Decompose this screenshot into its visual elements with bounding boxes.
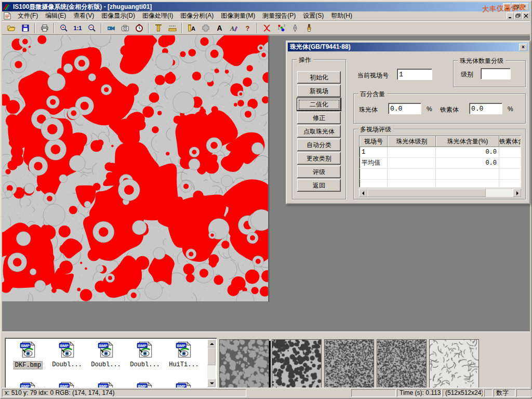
menu-image-analysis[interactable]: 图像分析(A)	[177, 11, 217, 21]
video-camera-button[interactable]	[104, 22, 117, 34]
grade-button[interactable]: 评级	[297, 166, 341, 178]
mdi-minimize-button[interactable]	[507, 12, 514, 19]
help-button[interactable]: ?	[241, 22, 254, 34]
brush-button[interactable]	[302, 22, 315, 34]
caliper-button[interactable]	[152, 22, 165, 34]
scroll-up-button[interactable]	[207, 339, 216, 348]
menu-edit[interactable]: 编辑(E)	[42, 11, 70, 21]
cell-pearlite-content: 0.0	[436, 158, 499, 169]
file-name[interactable]: Doubl...	[129, 361, 161, 368]
col-ferrite-content[interactable]: 铁素体含量(%)	[499, 136, 521, 147]
measure-text-button[interactable]: A	[185, 22, 198, 34]
file-item[interactable]: BMP Doubl...	[126, 340, 164, 368]
app-window: IS100显微摄像系统(金相分析版) - [zhuguangti01] × 大丰…	[0, 0, 532, 399]
ferrite-percent-input[interactable]	[469, 103, 502, 114]
thumbnail-2[interactable]	[272, 339, 322, 388]
cell-pearlite-grade	[388, 158, 436, 169]
init-button[interactable]: 初始化	[297, 71, 341, 84]
scroll-thumb[interactable]	[207, 348, 216, 365]
rating-table[interactable]: 视场号 珠光体级别 珠光体含量(%) 铁素体含量(%) 1 0.0 平均值	[359, 136, 521, 188]
grade-input[interactable]	[481, 68, 511, 79]
scroll-down-button[interactable]	[207, 379, 216, 387]
file-item[interactable]: BMP Doubl...	[48, 340, 86, 368]
cell-field-number: 平均值	[360, 158, 388, 169]
table-horizontal-scrollbar[interactable]	[359, 189, 521, 197]
table-row[interactable]: 1 0.0	[360, 147, 521, 158]
rating-group-label: 多视场评级	[358, 125, 393, 134]
menu-settings[interactable]: 设置(S)	[299, 11, 327, 21]
pick-pearlite-button[interactable]: 点取珠光体	[297, 125, 341, 138]
text-button[interactable]: A	[213, 22, 226, 34]
file-list-scrollbar[interactable]	[207, 339, 216, 387]
bottom-panel: BMP DKF.bmp BMP Doubl... BMP Doubl... BM…	[2, 331, 530, 390]
col-pearlite-grade[interactable]: 珠光体级别	[388, 136, 436, 147]
auto-classify-button[interactable]: 自动分类	[297, 139, 341, 151]
scroll-left-button[interactable]	[359, 189, 367, 197]
thumbnail-1[interactable]	[219, 339, 269, 388]
toolbar: 1:1 A A A ? 13	[2, 21, 530, 35]
current-field-input[interactable]	[397, 69, 432, 80]
svg-text:3: 3	[284, 24, 285, 27]
dialog-close-button[interactable]: ×	[519, 44, 527, 51]
pen-button[interactable]	[288, 22, 301, 34]
menu-measure-report[interactable]: 测量报告(P)	[259, 11, 299, 21]
change-class-button[interactable]: 更改类别	[297, 152, 341, 165]
svg-text:A: A	[230, 25, 234, 32]
dialog-title-bar[interactable]: 珠光体(GB/T9441-88) ×	[288, 43, 528, 51]
merge-grid-button[interactable]	[199, 22, 212, 34]
print-button[interactable]	[38, 22, 51, 34]
menu-image-measure[interactable]: 图像测量(M)	[217, 11, 259, 21]
menu-image-processing[interactable]: 图像处理(I)	[139, 11, 177, 21]
col-pearlite-content[interactable]: 珠光体含量(%)	[436, 136, 499, 147]
table-row[interactable]: 平均值 0.0	[360, 158, 521, 169]
mdi-close-button[interactable]	[522, 12, 529, 19]
toolbar-separator	[34, 23, 35, 33]
file-name[interactable]: DKF.bmp	[14, 361, 43, 369]
capture-button[interactable]	[118, 22, 131, 34]
ferrite-percent-sign: %	[508, 105, 513, 113]
pearlite-percent-input[interactable]	[388, 103, 421, 114]
file-name[interactable]: HuiTi...	[168, 361, 200, 368]
thumbnail-4[interactable]	[377, 339, 427, 388]
binarize-button[interactable]: 二值化	[297, 98, 341, 111]
file-item[interactable]: BMP DKF.bmp	[9, 340, 47, 369]
cell-pearlite-content: 0.0	[436, 147, 499, 158]
bmp-file-icon: BMP	[136, 353, 154, 361]
file-name[interactable]: Doubl...	[51, 361, 83, 368]
scroll-thumb[interactable]	[367, 189, 486, 197]
save-button[interactable]	[19, 22, 32, 34]
timer-button[interactable]	[132, 22, 145, 34]
menu-file[interactable]: 文件(F)	[14, 11, 42, 21]
percent-group-label: 百分含量	[358, 90, 387, 99]
thumbnail-3[interactable]	[324, 339, 374, 388]
menu-image-display[interactable]: 图像显示(D)	[98, 11, 139, 21]
file-item[interactable]: BMP HuiTi...	[165, 340, 203, 368]
file-item[interactable]: BMP Doubl...	[87, 340, 125, 368]
open-file-button[interactable]	[5, 22, 18, 34]
zoom-out-button[interactable]	[85, 22, 98, 34]
help-icon: ?	[246, 24, 250, 32]
col-field-number[interactable]: 视场号	[360, 136, 388, 147]
ruler-button[interactable]	[166, 22, 179, 34]
thumbnail-5[interactable]	[429, 339, 479, 388]
mdi-restore-button[interactable]	[514, 12, 522, 19]
toolbar-separator	[257, 23, 258, 33]
menu-help[interactable]: 帮助(H)	[327, 11, 356, 21]
zoom-in-button[interactable]	[57, 22, 70, 34]
correct-button[interactable]: 修正	[297, 112, 341, 124]
document-icon	[3, 12, 11, 20]
classify-points-button[interactable]: 13	[274, 22, 287, 34]
return-button[interactable]: 返回	[297, 179, 341, 192]
new-field-button[interactable]: 新视场	[297, 85, 341, 97]
menu-view[interactable]: 查看(V)	[70, 11, 98, 21]
annotate-button[interactable]: A	[227, 22, 240, 34]
toolbar-separator	[148, 23, 149, 33]
spline-curve-button[interactable]	[260, 22, 273, 34]
specimen-image[interactable]	[2, 35, 268, 301]
actual-size-button[interactable]: 1:1	[71, 22, 84, 34]
pearlite-dialog: 珠光体(GB/T9441-88) × 操作 初始化 新视场 二值化 修正 点取珠…	[286, 41, 530, 204]
file-name[interactable]: Doubl...	[90, 361, 122, 368]
scroll-right-button[interactable]	[513, 189, 521, 197]
file-list[interactable]: BMP DKF.bmp BMP Doubl... BMP Doubl... BM…	[5, 338, 217, 389]
svg-text:BMP: BMP	[177, 343, 185, 348]
